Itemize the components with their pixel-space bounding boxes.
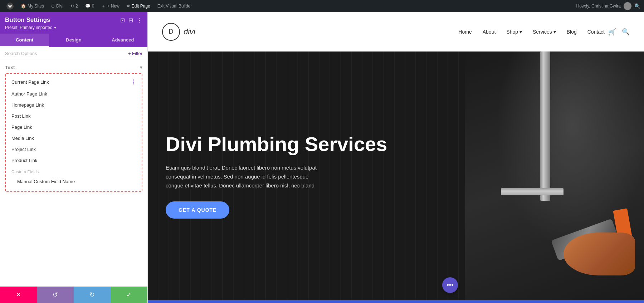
- pipe-horizontal-visual: [501, 188, 564, 195]
- left-panel: Button Settings ⊡ ⊟ ⋮ Preset: Primary im…: [0, 12, 148, 303]
- list-item[interactable]: Product Link: [6, 155, 142, 166]
- custom-field-item[interactable]: Manual Custom Field Name: [11, 176, 136, 187]
- logo-text: divi: [184, 27, 195, 36]
- nav-about[interactable]: About: [483, 29, 496, 35]
- save-button[interactable]: ✓: [111, 287, 147, 303]
- undo-button[interactable]: ↺: [37, 287, 74, 303]
- chevron-down-icon: ▾: [54, 25, 56, 30]
- loop-icon: ↻: [70, 4, 74, 9]
- admin-bar-items: W 🏠 My Sites ⊙ Divi ↻ 2 💬 0 ＋ + New ✏ Ed…: [4, 0, 574, 12]
- redo-button[interactable]: ↻: [74, 287, 111, 303]
- admin-username: Howdy, Christina Gwira: [576, 4, 621, 9]
- admin-bar-wp-logo[interactable]: W: [4, 0, 16, 12]
- nav-blog[interactable]: Blog: [567, 29, 577, 35]
- list-item[interactable]: Homepage Link: [6, 99, 142, 111]
- more-icon[interactable]: ⋮: [137, 17, 142, 24]
- hero-left: Divi Plumbing Services Etiam quis blandi…: [148, 52, 465, 300]
- divi-icon: ⊙: [51, 4, 55, 9]
- panel-tabs: Content Design Advanced: [0, 34, 147, 47]
- hero-cta-button[interactable]: GET A QUOTE: [166, 201, 229, 219]
- plumbing-image: [465, 52, 644, 300]
- list-item[interactable]: Project Link: [6, 144, 142, 155]
- site-header: D divi Home About Shop ▾ Services ▾: [148, 12, 644, 52]
- list-item[interactable]: Page Link: [6, 122, 142, 133]
- admin-bar-edit-page[interactable]: ✏ Edit Page: [124, 0, 153, 12]
- filter-button[interactable]: + Filter: [128, 51, 142, 56]
- wordpress-logo: W: [6, 3, 14, 10]
- item-options-icon[interactable]: ⋮: [130, 79, 136, 85]
- hand-visual: [564, 233, 635, 275]
- text-section-chevron: ▾: [140, 64, 142, 70]
- logo-circle: D: [162, 23, 180, 41]
- cart-icon[interactable]: 🛒: [608, 28, 616, 36]
- hero-section: Divi Plumbing Services Etiam quis blandi…: [148, 52, 644, 300]
- nav-contact[interactable]: Contact: [587, 29, 605, 35]
- panel-title: Button Settings: [5, 16, 50, 24]
- text-section-title: Text: [5, 65, 15, 70]
- site-logo: D divi: [162, 23, 195, 41]
- search-nav-icon[interactable]: 🔍: [622, 28, 630, 36]
- text-section-header[interactable]: Text ▾: [0, 60, 147, 73]
- tab-content[interactable]: Content: [0, 34, 49, 47]
- search-options-label: Search Options: [5, 51, 37, 56]
- admin-bar-comments[interactable]: 💬 0: [82, 0, 97, 12]
- admin-bar-divi[interactable]: ⊙ Divi: [48, 0, 66, 12]
- admin-bar-my-sites[interactable]: 🏠 My Sites: [18, 0, 47, 12]
- list-item[interactable]: Current Page Link ⋮: [6, 76, 142, 88]
- list-item[interactable]: Media Link: [6, 133, 142, 144]
- main-layout: Button Settings ⊡ ⊟ ⋮ Preset: Primary im…: [0, 12, 644, 303]
- preview-area: D divi Home About Shop ▾ Services ▾: [148, 12, 644, 303]
- nav-home[interactable]: Home: [458, 29, 472, 35]
- layout-icon[interactable]: ⊟: [128, 17, 133, 24]
- tab-design[interactable]: Design: [49, 34, 98, 47]
- list-item[interactable]: Post Link: [6, 111, 142, 122]
- custom-fields-label: Custom Fields: [11, 170, 136, 174]
- panel-header-icons: ⊡ ⊟ ⋮: [120, 17, 142, 24]
- hero-image: [465, 52, 644, 300]
- site-nav: Home About Shop ▾ Services ▾ Blog Contac: [458, 29, 605, 35]
- comment-icon: 💬: [85, 4, 91, 9]
- admin-avatar: [624, 2, 631, 10]
- tab-advanced[interactable]: Advanced: [98, 34, 147, 47]
- blue-bar: [148, 300, 644, 303]
- link-options-list: Current Page Link ⋮ Author Page Link Hom…: [5, 73, 142, 192]
- hero-title: Divi Plumbing Services: [166, 133, 447, 155]
- pipe-visual: [540, 52, 550, 201]
- panel-header: Button Settings ⊡ ⊟ ⋮ Preset: Primary im…: [0, 12, 147, 34]
- shop-dropdown-icon: ▾: [519, 29, 522, 35]
- hero-description: Etiam quis blandit erat. Donec laoreet l…: [166, 163, 323, 190]
- nav-shop[interactable]: Shop ▾: [506, 29, 522, 35]
- list-item[interactable]: Author Page Link: [6, 88, 142, 99]
- search-icon[interactable]: 🔍: [634, 3, 640, 9]
- pencil-icon: ✏: [127, 4, 130, 9]
- responsive-icon[interactable]: ⊡: [120, 17, 125, 24]
- cancel-button[interactable]: ✕: [0, 287, 37, 303]
- search-options-bar: Search Options + Filter: [0, 47, 147, 60]
- admin-bar-loop[interactable]: ↻ 2: [68, 0, 81, 12]
- wp-admin-bar: W 🏠 My Sites ⊙ Divi ↻ 2 💬 0 ＋ + New ✏ Ed…: [0, 0, 644, 12]
- house-icon: 🏠: [21, 4, 26, 9]
- custom-fields-section: Custom Fields Manual Custom Field Name: [6, 166, 142, 189]
- nav-icons: 🛒 🔍: [608, 28, 630, 36]
- admin-bar-right: Howdy, Christina Gwira 🔍: [576, 2, 640, 10]
- admin-bar-exit-builder[interactable]: Exit Visual Builder: [155, 0, 195, 12]
- plus-icon: ＋: [101, 3, 106, 9]
- admin-bar-new[interactable]: ＋ + New: [98, 0, 122, 12]
- panel-header-top: Button Settings ⊡ ⊟ ⋮: [5, 16, 142, 24]
- services-dropdown-icon: ▾: [553, 29, 556, 35]
- panel-preset[interactable]: Preset: Primary imported ▾: [5, 25, 142, 30]
- fab-button[interactable]: •••: [442, 277, 458, 293]
- nav-services[interactable]: Services ▾: [533, 29, 556, 35]
- bottom-buttons: ✕ ↺ ↻ ✓: [0, 287, 147, 303]
